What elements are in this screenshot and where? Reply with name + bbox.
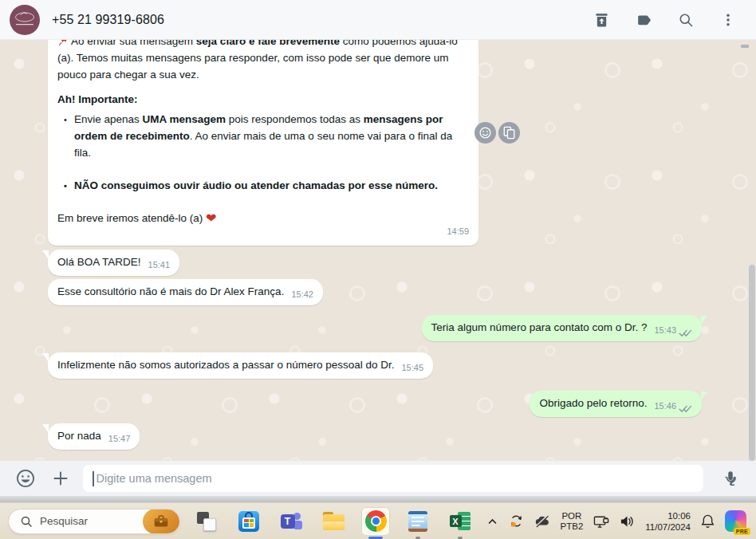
file-explorer-button[interactable] — [319, 507, 348, 536]
message-time: 15:47 — [108, 431, 131, 446]
message-bubble-incoming[interactable]: Olá BOA TARDE!15:41 — [48, 250, 179, 276]
welcome-paragraph: Ao enviar sua mensagem seja claro e fale… — [57, 40, 469, 83]
task-view-icon — [196, 511, 217, 532]
bubble-tail — [42, 353, 49, 362]
double-check-icon — [679, 404, 692, 413]
label-icon[interactable] — [633, 10, 654, 30]
text-caret — [93, 471, 94, 486]
volume-icon[interactable] — [620, 515, 635, 528]
message-bubble-incoming[interactable]: Por nada15:47 — [48, 423, 140, 450]
attach-plus-icon[interactable] — [46, 464, 75, 493]
bubble-tail — [701, 391, 707, 400]
running-app-indicator — [415, 537, 420, 539]
bell-icon[interactable] — [701, 513, 715, 529]
window-bottom-edge — [0, 496, 756, 502]
chrome-icon — [365, 510, 387, 532]
welcome-bullet-2: NÃO conseguimos ouvir áudio ou atender c… — [57, 177, 469, 194]
scrollbar-thumb[interactable] — [749, 265, 755, 461]
message-text: Olá BOA TARDE! — [57, 256, 141, 268]
input-placeholder: Digite uma mensagem — [96, 472, 212, 485]
scrollbar-top-mark — [741, 45, 749, 48]
taskbar-search[interactable]: Pesquisar — [8, 509, 180, 534]
notepad-icon — [408, 511, 427, 532]
message-text: Obrigado pelo retorno. — [539, 397, 647, 409]
message-composer: Digite uma mensagem — [0, 461, 756, 496]
clock-time: 10:06 — [645, 510, 691, 521]
copilot-icon[interactable]: PRE — [725, 510, 746, 532]
header-actions — [591, 10, 738, 30]
archive-icon[interactable] — [591, 10, 612, 30]
sync-update-icon[interactable] — [509, 513, 524, 529]
message-text: Teria algum número para contato com o Dr… — [431, 321, 648, 333]
message-bubble-incoming[interactable]: Infelizmente não somos autorizados a pas… — [48, 352, 433, 379]
welcome-text: Ao enviar sua mensagem — [71, 40, 196, 47]
message-text: Infelizmente não somos autorizados a pas… — [57, 359, 394, 371]
welcome-bullet-1: Envie apenas UMA mensagem pois respondem… — [57, 111, 469, 161]
business-logo — [10, 5, 40, 35]
message-bubble-outgoing[interactable]: Obrigado pelo retorno.15:46 — [530, 391, 702, 417]
bubble-tail — [701, 316, 707, 325]
welcome-text-bold: seja claro e fale brevemente — [196, 40, 340, 47]
message-time: 15:41 — [148, 258, 171, 272]
excel-button[interactable]: X — [446, 507, 474, 536]
bubble-tail — [42, 424, 49, 433]
message-time: 15:42 — [291, 287, 313, 301]
teams-icon: T — [281, 510, 302, 532]
microsoft-store-icon — [238, 511, 259, 532]
mic-icon[interactable] — [716, 464, 745, 493]
copilot-pre-badge: PRE — [734, 528, 750, 535]
message-hover-actions — [474, 122, 520, 144]
welcome-heading: Ah! Importante: — [57, 91, 469, 108]
message-time: 15:45 — [401, 360, 423, 375]
search-icon — [20, 515, 33, 528]
double-check-icon — [679, 329, 692, 337]
excel-icon: X — [450, 510, 471, 532]
heart-emoji: ❤ — [206, 211, 216, 225]
network-icon[interactable] — [593, 514, 609, 529]
contact-avatar[interactable] — [10, 5, 40, 35]
message-bubble-incoming-welcome[interactable]: Ao enviar sua mensagem seja claro e fale… — [48, 40, 478, 246]
message-input[interactable]: Digite uma mensagem — [83, 465, 703, 492]
search-icon[interactable] — [675, 10, 696, 30]
message-text: Esse consultório não é mais do Dr Alex F… — [57, 285, 284, 297]
chat-header: +55 21 99319-6806 — [0, 0, 756, 40]
language-indicator[interactable]: POR PTB2 — [561, 511, 584, 532]
message-time: 15:46 — [654, 399, 676, 413]
teams-button[interactable]: T — [277, 507, 305, 536]
file-explorer-icon — [323, 514, 345, 530]
running-app-indicator — [458, 537, 463, 539]
taskbar-clock[interactable]: 10:06 11/07/2024 — [645, 510, 691, 533]
message-bubble-outgoing[interactable]: Teria algum número para contato com o Dr… — [422, 315, 702, 341]
message-text: Por nada — [57, 430, 101, 442]
pushpin-emoji — [57, 40, 69, 45]
react-smiley-icon[interactable] — [474, 122, 496, 144]
welcome-closing: Em breve iremos atendê-lo (a) ❤ — [57, 210, 469, 226]
windows-taskbar: Pesquisar T — [0, 502, 756, 539]
copy-icon[interactable] — [498, 122, 520, 144]
emoji-icon[interactable] — [11, 464, 40, 493]
microsoft-store-button[interactable] — [234, 507, 263, 536]
message-time: 15:43 — [654, 323, 676, 337]
message-time: 14:59 — [447, 223, 469, 240]
task-view-button[interactable] — [192, 507, 221, 536]
onedrive-paused-icon[interactable] — [534, 514, 550, 528]
active-app-indicator — [368, 537, 383, 539]
chrome-button[interactable] — [361, 507, 390, 536]
whatsapp-desktop-window: +55 21 99319-6806 Ao enviar — [0, 0, 756, 539]
chat-message-list: Ao enviar sua mensagem seja claro e fale… — [0, 40, 756, 461]
system-tray: POR PTB2 10:06 11/07/2024 PRE — [486, 510, 748, 533]
contact-name[interactable]: +55 21 99319-6806 — [52, 13, 164, 27]
search-placeholder: Pesquisar — [40, 515, 136, 527]
notepad-button[interactable] — [404, 507, 432, 536]
menu-icon[interactable] — [718, 10, 738, 30]
search-highlight-briefcase-icon[interactable] — [143, 509, 179, 534]
taskbar-apps: T X — [192, 507, 474, 536]
chevron-up-icon[interactable] — [486, 516, 498, 527]
clock-date: 11/07/2024 — [645, 521, 691, 533]
bubble-tail — [42, 250, 49, 259]
message-bubble-incoming[interactable]: Esse consultório não é mais do Dr Alex F… — [48, 279, 323, 305]
